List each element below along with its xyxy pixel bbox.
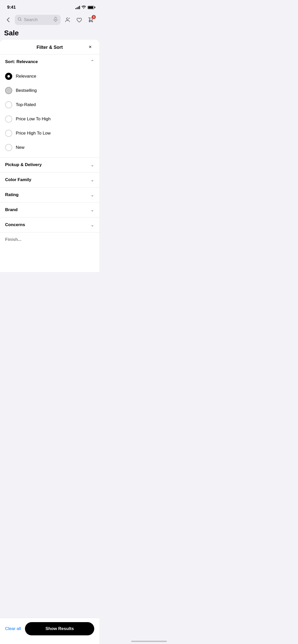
pickup-delivery-title: Pickup & Delivery <box>5 162 42 167</box>
sort-label-top-rated: Top-Rated <box>16 102 36 107</box>
radio-bestselling <box>5 87 12 94</box>
sort-option-price-high-low[interactable]: Price High To Low <box>5 126 94 140</box>
cut-section: Finish... <box>0 232 99 247</box>
signal-icon <box>75 6 80 9</box>
close-button[interactable]: × <box>86 43 94 51</box>
rating-chevron-icon: ⌄ <box>90 192 94 198</box>
concerns-chevron-icon: ⌄ <box>90 222 94 228</box>
cart-badge: 3 <box>92 15 96 19</box>
brand-chevron-icon: ⌄ <box>90 207 94 213</box>
brand-title: Brand <box>5 207 18 212</box>
sort-label-bestselling: Bestselling <box>16 88 37 93</box>
pickup-delivery-header[interactable]: Pickup & Delivery ⌄ <box>0 157 99 172</box>
search-icon <box>18 17 22 22</box>
sort-option-price-low-high[interactable]: Price Low To High <box>5 112 94 126</box>
cart-button[interactable]: 3 <box>87 16 95 24</box>
battery-icon <box>88 6 94 9</box>
radio-top-rated <box>5 101 12 108</box>
sort-label-price-low-high: Price Low To High <box>16 116 51 122</box>
sort-section-title: Sort: Relevance <box>5 59 38 64</box>
filter-panel: Filter & Sort × Sort: Relevance ⌃ Releva… <box>0 40 99 272</box>
color-family-chevron-icon: ⌄ <box>90 177 94 183</box>
search-placeholder: Search <box>24 17 51 22</box>
radio-relevance <box>5 73 12 80</box>
sort-option-bestselling[interactable]: Bestselling <box>5 83 94 98</box>
status-icons <box>75 5 94 10</box>
sort-option-top-rated[interactable]: Top-Rated <box>5 98 94 112</box>
nav-icons: 3 <box>63 16 95 24</box>
sort-section: Sort: Relevance ⌃ Relevance Bestselling <box>0 54 99 157</box>
pickup-delivery-chevron-icon: ⌄ <box>90 162 94 168</box>
rating-title: Rating <box>5 192 19 197</box>
filter-title: Filter & Sort <box>36 45 63 50</box>
pickup-delivery-section: Pickup & Delivery ⌄ <box>0 157 99 172</box>
concerns-section: Concerns ⌄ <box>0 217 99 232</box>
radio-price-high-low <box>5 130 12 137</box>
sort-chevron-icon: ⌃ <box>90 59 94 65</box>
sort-label-relevance: Relevance <box>16 74 36 79</box>
sort-option-relevance[interactable]: Relevance <box>5 69 94 83</box>
sale-header: Sale <box>0 27 99 40</box>
color-family-header[interactable]: Color Family ⌄ <box>0 172 99 187</box>
sort-section-header[interactable]: Sort: Relevance ⌃ <box>0 54 99 69</box>
nav-bar: Search 3 <box>0 13 99 27</box>
color-family-title: Color Family <box>5 177 31 182</box>
cut-section-title: Finish... <box>5 237 21 242</box>
search-bar[interactable]: Search <box>15 15 61 25</box>
profile-button[interactable] <box>63 16 72 24</box>
mic-icon[interactable] <box>53 17 58 23</box>
svg-rect-1 <box>55 17 56 20</box>
back-button[interactable] <box>4 16 12 24</box>
rating-header[interactable]: Rating ⌄ <box>0 187 99 202</box>
sort-label-new: New <box>16 145 24 150</box>
concerns-header[interactable]: Concerns ⌄ <box>0 217 99 232</box>
rating-section: Rating ⌄ <box>0 187 99 202</box>
status-bar: 9:41 <box>0 0 99 13</box>
wishlist-button[interactable] <box>75 16 84 24</box>
brand-section: Brand ⌄ <box>0 202 99 217</box>
concerns-title: Concerns <box>5 222 25 227</box>
sort-option-new[interactable]: New <box>5 140 94 155</box>
sort-label-price-high-low: Price High To Low <box>16 131 51 136</box>
sort-options-list: Relevance Bestselling Top-Rated Price Lo… <box>0 69 99 157</box>
color-family-section: Color Family ⌄ <box>0 172 99 187</box>
page-title: Sale <box>4 29 95 37</box>
radio-new <box>5 144 12 151</box>
wifi-icon <box>82 5 86 10</box>
brand-header[interactable]: Brand ⌄ <box>0 202 99 217</box>
radio-price-low-high <box>5 115 12 123</box>
filter-header: Filter & Sort × <box>0 40 99 54</box>
status-time: 9:41 <box>7 5 16 10</box>
